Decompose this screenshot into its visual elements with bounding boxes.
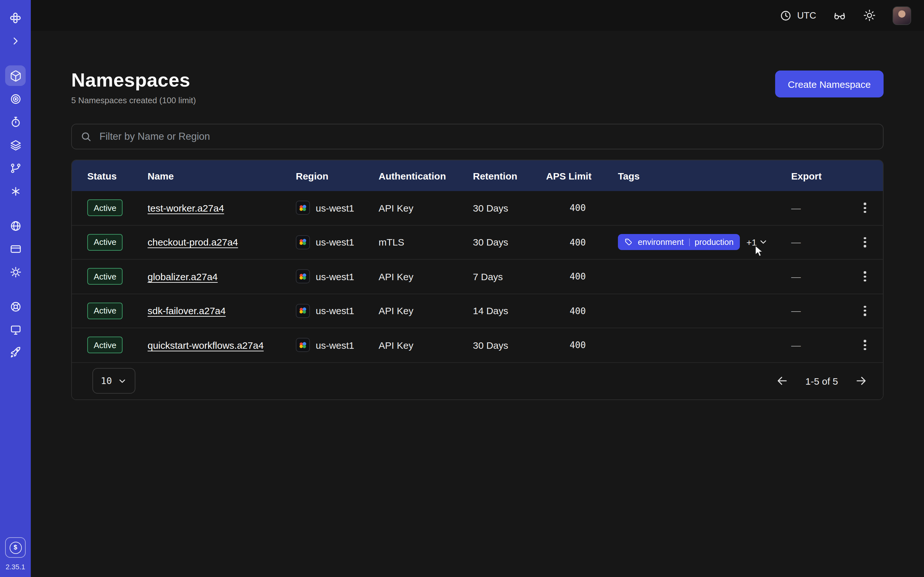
- timezone-selector[interactable]: UTC: [780, 9, 816, 21]
- namespace-link[interactable]: quickstart-workflows.a27a4: [148, 340, 264, 351]
- sidebar-item-deployments[interactable]: [5, 135, 26, 155]
- region-label: us-west1: [316, 340, 354, 351]
- region-label: us-west1: [316, 237, 354, 248]
- sidebar-item-nexus[interactable]: [5, 181, 26, 201]
- table-row: Active sdk-failover.a27a4 us-west1 API K…: [72, 293, 883, 327]
- export-value: —: [791, 271, 856, 282]
- topbar: UTC: [31, 0, 924, 31]
- sidebar-item-settings[interactable]: [5, 261, 26, 282]
- namespace-link[interactable]: globalizer.a27a4: [148, 271, 218, 282]
- aps-limit-value: 400: [546, 203, 618, 213]
- target-icon: [9, 93, 21, 105]
- column-header-region: Region: [296, 170, 379, 181]
- retention-value: 30 Days: [473, 340, 546, 351]
- table-row: Active test-worker.a27a4 us-west1 API Ke…: [72, 191, 883, 225]
- sidebar-item-billing[interactable]: [5, 239, 26, 259]
- app-version: 2.35.1: [5, 563, 25, 571]
- namespace-link[interactable]: sdk-failover.a27a4: [148, 306, 226, 316]
- search-bar: [71, 124, 884, 149]
- retention-value: 14 Days: [473, 306, 546, 316]
- tags-more-count: +1: [746, 237, 757, 247]
- aps-limit-value: 400: [546, 306, 618, 316]
- retention-value: 30 Days: [473, 237, 546, 248]
- timezone-label: UTC: [797, 10, 816, 21]
- next-page-arrow-icon[interactable]: [855, 374, 867, 387]
- namespace-link[interactable]: checkout-prod.a27a4: [148, 237, 238, 248]
- asterisk-icon: [9, 185, 21, 197]
- content-column: UTC Namespaces: [31, 0, 924, 577]
- create-namespace-button[interactable]: Create Namespace: [775, 71, 884, 97]
- auth-method: API Key: [379, 306, 473, 316]
- monitor-icon: [9, 324, 21, 335]
- timer-icon: [9, 116, 21, 128]
- auth-method: API Key: [379, 340, 473, 351]
- region-label: us-west1: [316, 306, 354, 316]
- column-header-authentication: Authentication: [379, 170, 473, 181]
- pagination-range-label: 1-5 of 5: [805, 376, 838, 386]
- gcp-cloud-icon: [296, 201, 310, 215]
- life-buoy-icon: [9, 300, 21, 313]
- chevron-down-icon: [118, 376, 128, 386]
- sidebar-item-getting-started[interactable]: [5, 342, 26, 363]
- sidebar-item-namespaces[interactable]: [5, 65, 26, 86]
- sidebar-item-regions[interactable]: [5, 215, 26, 236]
- previous-page-arrow-icon[interactable]: [776, 374, 788, 387]
- status-badge: Active: [87, 234, 123, 251]
- sidebar-item-batch[interactable]: [5, 158, 26, 178]
- credit-card-icon: [9, 243, 21, 255]
- tags-more-expander[interactable]: +1: [746, 237, 768, 247]
- page-header: Namespaces 5 Namespaces created (100 lim…: [71, 69, 884, 105]
- gcp-cloud-icon: [296, 235, 310, 250]
- sidebar-item-schedules[interactable]: [5, 111, 26, 132]
- column-header-status: Status: [87, 170, 148, 181]
- retention-value: 7 Days: [473, 271, 546, 282]
- export-value: —: [791, 203, 856, 213]
- export-value: —: [791, 237, 856, 248]
- globe-icon: [9, 219, 21, 232]
- user-avatar[interactable]: [893, 6, 911, 25]
- table-header-row: Status Name Region Authentication Retent…: [72, 160, 883, 191]
- sidebar-expand-chevron-icon[interactable]: [5, 31, 26, 51]
- temporal-logo-icon[interactable]: [5, 8, 26, 28]
- row-actions-kebab-icon[interactable]: [856, 302, 874, 320]
- row-actions-kebab-icon[interactable]: [856, 268, 874, 285]
- row-actions-kebab-icon[interactable]: [856, 199, 874, 217]
- table-row: Active quickstart-workflows.a27a4 us-wes…: [72, 327, 883, 362]
- page-size-select[interactable]: 10: [92, 368, 136, 394]
- export-value: —: [791, 340, 856, 351]
- sidebar-item-support[interactable]: [5, 296, 26, 317]
- main-content: Namespaces 5 Namespaces created (100 lim…: [31, 31, 924, 577]
- export-value: —: [791, 306, 856, 316]
- tag-pill[interactable]: environment production: [618, 234, 740, 250]
- row-actions-kebab-icon[interactable]: [856, 336, 874, 354]
- chevron-down-icon: [758, 237, 768, 247]
- column-header-retention: Retention: [473, 170, 546, 181]
- aps-limit-value: 400: [546, 340, 618, 350]
- sidebar-item-docs[interactable]: [5, 319, 26, 340]
- rocket-icon: [9, 347, 21, 359]
- clock-icon: [780, 9, 792, 21]
- row-actions-kebab-icon[interactable]: [856, 234, 874, 251]
- table-footer: 10 1-5 of 5: [72, 362, 883, 399]
- cube-icon: [9, 69, 21, 82]
- dev-mode-toggle[interactable]: [833, 9, 846, 22]
- namespace-link[interactable]: test-worker.a27a4: [148, 203, 224, 213]
- page-size-value: 10: [101, 376, 112, 386]
- region-label: us-west1: [316, 271, 354, 282]
- status-badge: Active: [87, 303, 123, 319]
- pagination: 1-5 of 5: [776, 374, 867, 387]
- column-header-aps-limit: APS Limit: [546, 170, 618, 181]
- namespaces-table: Status Name Region Authentication Retent…: [71, 160, 884, 400]
- dollar-icon: $: [9, 542, 21, 554]
- tag-icon: [624, 238, 633, 247]
- tag-divider: [689, 239, 690, 246]
- theme-toggle[interactable]: [863, 9, 876, 22]
- search-input[interactable]: [98, 130, 875, 143]
- sidebar-item-target[interactable]: [5, 89, 26, 109]
- auth-method: API Key: [379, 203, 473, 213]
- status-badge: Active: [87, 268, 123, 285]
- sidebar-item-usage[interactable]: $: [5, 537, 26, 558]
- sun-icon: [863, 9, 876, 22]
- branch-icon: [9, 162, 21, 174]
- tag-key: environment: [638, 237, 684, 247]
